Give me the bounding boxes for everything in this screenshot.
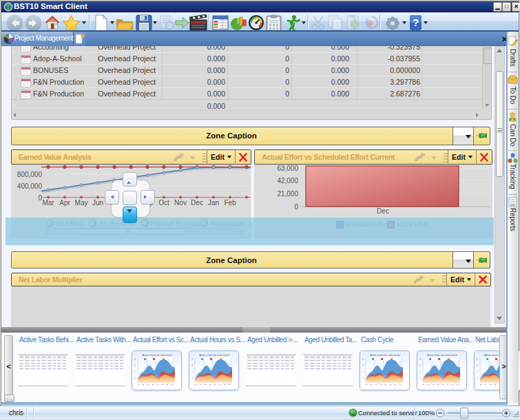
svg-text:400,000: 400,000 bbox=[17, 182, 43, 190]
svg-text:Area chart for one level: Area chart for one level bbox=[142, 353, 171, 357]
svg-text:Mar: Mar bbox=[42, 199, 54, 207]
svg-text:0: 0 bbox=[294, 203, 298, 211]
svg-text:4: 4 bbox=[419, 364, 421, 367]
svg-text:Area chart for one level: Area chart for one level bbox=[427, 353, 457, 357]
svg-text:800,000: 800,000 bbox=[17, 171, 43, 178]
svg-text:6: 6 bbox=[191, 358, 193, 361]
svg-text:63,000: 63,000 bbox=[277, 165, 298, 172]
svg-text:2: 2 bbox=[362, 370, 364, 373]
svg-text:Feb: Feb bbox=[224, 199, 236, 207]
svg-text:Apr: Apr bbox=[59, 199, 70, 207]
svg-text:0: 0 bbox=[419, 377, 421, 379]
svg-text:6: 6 bbox=[134, 358, 136, 361]
svg-text:Oct: Oct bbox=[158, 199, 169, 207]
svg-text:4: 4 bbox=[191, 364, 193, 367]
svg-text:0: 0 bbox=[134, 377, 136, 379]
svg-text:Jun: Jun bbox=[92, 199, 103, 207]
svg-text:6: 6 bbox=[362, 358, 364, 361]
svg-text:?: ? bbox=[413, 17, 419, 28]
svg-text:42,000: 42,000 bbox=[277, 177, 298, 185]
svg-text:2: 2 bbox=[477, 370, 478, 373]
svg-text:Area chart for one level: Area chart for one level bbox=[199, 353, 229, 357]
svg-text:2: 2 bbox=[134, 370, 136, 373]
svg-text:0: 0 bbox=[477, 377, 478, 379]
svg-text:2: 2 bbox=[419, 370, 421, 373]
svg-text:4: 4 bbox=[134, 364, 136, 367]
svg-text:Dec: Dec bbox=[191, 199, 203, 207]
svg-text:21,000: 21,000 bbox=[277, 190, 298, 198]
svg-text:0: 0 bbox=[362, 377, 364, 379]
svg-text:2: 2 bbox=[191, 370, 193, 373]
svg-text:Dec: Dec bbox=[377, 207, 389, 215]
svg-text:Jan: Jan bbox=[208, 199, 219, 207]
svg-text:Area chart for one level: Area chart for one level bbox=[370, 353, 399, 357]
svg-text:6: 6 bbox=[419, 358, 421, 361]
svg-text:4: 4 bbox=[362, 364, 364, 367]
svg-text:May: May bbox=[75, 199, 88, 207]
svg-text:Nov: Nov bbox=[174, 199, 187, 207]
svg-text:4: 4 bbox=[477, 364, 478, 367]
svg-text:6: 6 bbox=[477, 358, 478, 361]
svg-text:0: 0 bbox=[191, 377, 193, 379]
